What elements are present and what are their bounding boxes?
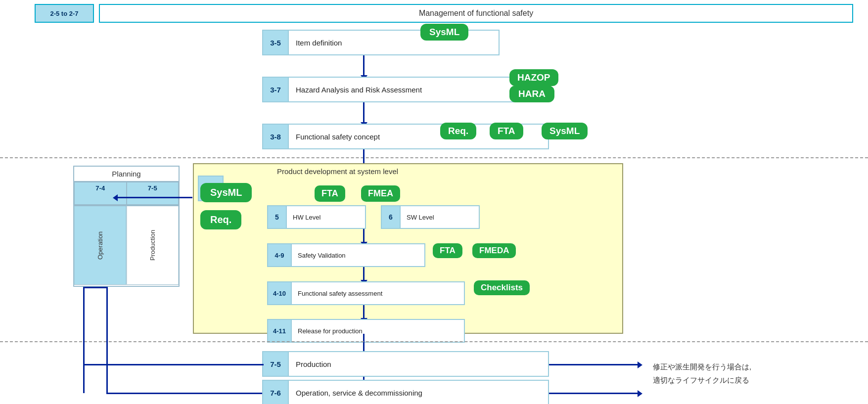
fsc-label: Functional safety concept (289, 133, 387, 141)
arrow-safetyval-fsa (363, 267, 365, 281)
arrow-productdev-planning (117, 197, 192, 198)
release-num: 4-11 (268, 320, 292, 342)
arrow-itemdef-hara (363, 55, 365, 76)
fsa-label: Functional safety assessment (292, 290, 388, 297)
arrow-production-right (549, 364, 638, 365)
production-num: 7-5 (263, 352, 289, 376)
production-label: Production (289, 360, 338, 368)
product-dev-title: Product development at system level (277, 167, 398, 176)
arrow-prod-production (363, 334, 365, 354)
japanese-text: 修正や派生開発を行う場合は, 適切なライフサイクルに戻る (653, 360, 751, 387)
planning-production-label: Production (127, 206, 179, 285)
hara-label: Hazard Analysis and Risk Assessment (289, 86, 429, 94)
operation-num: 7-6 (263, 381, 289, 404)
arrow-operation-right (549, 393, 638, 394)
sw-level-label: SW Level (401, 214, 440, 221)
planning-box: Planning 7-4 7-5 Operation Production (73, 166, 180, 287)
hazop-badge: HAZOP (509, 69, 558, 86)
fta-badge-2: FTA (315, 185, 345, 202)
sw-level-box: 6 SW Level (381, 205, 480, 229)
safety-val-num: 4-9 (268, 244, 292, 266)
req-badge-1: Req. (440, 123, 476, 139)
hara-num: 3-7 (263, 78, 289, 101)
arrow-fsa-release (363, 305, 365, 319)
planning-operation-label: Operation (74, 206, 127, 285)
connector-h-to-production (83, 364, 264, 365)
fsc-num: 3-8 (263, 125, 289, 148)
arrow-levels-safetyval (363, 229, 365, 243)
release-label: Release for production (292, 327, 368, 335)
connector-h-to-operation (106, 393, 262, 394)
arrow-hara-fsc (363, 102, 365, 123)
sysml-badge-2: SysML (542, 123, 588, 139)
fta-badge-1: FTA (490, 123, 523, 139)
fta-badge-3: FTA (433, 243, 462, 258)
operation-label: Operation, service & decommissioning (289, 389, 429, 397)
connector-planning-h (83, 287, 108, 288)
production-box: 7-5 Production (262, 351, 549, 377)
hw-level-num: 5 (268, 206, 287, 228)
fmea-badge: FMEA (361, 185, 400, 202)
release-box: 4-11 Release for production (267, 319, 465, 343)
hara-badge: HARA (509, 86, 554, 102)
fsa-box: 4-10 Functional safety assessment (267, 281, 465, 305)
fmeda-badge: FMEDA (472, 243, 516, 258)
hw-level-label: HW Level (287, 214, 326, 221)
hw-level-box: 5 HW Level (267, 205, 366, 229)
planning-title: Planning (74, 167, 179, 182)
operation-box: 7-6 Operation, service & decommissioning (262, 380, 549, 404)
diagram-container: 2-5 to 2-7 Management of functional safe… (0, 0, 868, 404)
checklists-badge: Checklists (474, 280, 530, 295)
mgmt-section-num: 2-5 to 2-7 (35, 4, 94, 23)
hara-box: 3-7 Hazard Analysis and Risk Assessment (262, 77, 549, 102)
sw-level-num: 6 (382, 206, 401, 228)
connector-v-left-1 (83, 287, 85, 393)
fsa-num: 4-10 (268, 282, 292, 304)
safety-val-label: Safety Validation (292, 252, 352, 259)
safety-val-box: 4-9 Safety Validation (267, 243, 425, 267)
sysml-badge-1: SysML (420, 24, 468, 41)
connector-v-left-2 (106, 287, 108, 393)
item-def-num: 3-5 (263, 31, 289, 54)
item-def-label: Item definition (289, 39, 349, 47)
planning-74: 7-4 (74, 182, 127, 205)
sysml-badge-3: SysML (200, 183, 252, 202)
dashed-line-1 (0, 157, 868, 158)
planning-75: 7-5 (127, 182, 179, 205)
req-badge-2: Req. (200, 210, 241, 229)
mgmt-title: Management of functional safety (99, 4, 853, 23)
dashed-line-2 (0, 341, 868, 342)
